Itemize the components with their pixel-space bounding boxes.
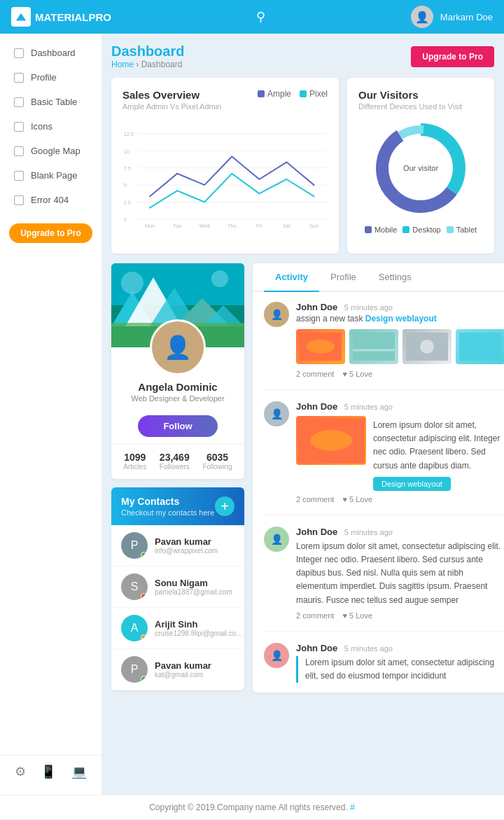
user-name: Markarn Doe (440, 12, 493, 22)
sidebar-item-icons[interactable]: Icons (0, 114, 102, 139)
sidebar-item-basic-table[interactable]: Basic Table (0, 90, 102, 114)
act-meta-3: 2 comment ♥ 5 Love (296, 611, 504, 620)
bottom-row: 👤 Angela Dominic Web Designer & Develope… (111, 263, 494, 693)
sidebar-label: Google Map (31, 146, 80, 156)
brand: MATERIALPRO (11, 7, 111, 27)
card-header: Sales Overview Ample Admin Vs Pixel Admi… (122, 89, 328, 111)
act-time-2: 5 minutes ago (344, 403, 393, 411)
tablet-dot (447, 226, 454, 233)
search-icon[interactable]: ⚲ (256, 9, 265, 25)
breadcrumb-home[interactable]: Home (111, 60, 134, 69)
add-contact-button[interactable]: + (215, 496, 234, 516)
act-avatar-2: 👤 (264, 401, 289, 426)
sidebar-item-profile[interactable]: Profile (0, 65, 102, 90)
footer: Copyright © 2019.Company name All rights… (0, 795, 504, 819)
contact-name: Sonu Nigam (155, 578, 232, 588)
tablet-icon[interactable]: 💻 (71, 764, 87, 779)
sidebar-item-dashboard[interactable]: Dashboard (0, 41, 102, 65)
status-dot (141, 593, 147, 599)
act-content-2: Lorem ipsum dolor sit amet, consectetur … (296, 416, 504, 491)
act-image-wide (296, 416, 366, 465)
act-image (456, 329, 504, 364)
settings-icon[interactable]: ⚙ (15, 764, 26, 779)
contact-info: Sonu Nigam pamela1887@gmail.com (155, 578, 232, 596)
breadcrumb: Home › Dashboard (111, 60, 184, 69)
profile-avatar: 👤 (150, 319, 206, 375)
visitors-subtitle: Different Devices Used to Visit (358, 102, 483, 111)
mobile-icon[interactable]: 📱 (41, 764, 56, 779)
tablet-legend: Tablet (447, 225, 477, 234)
map-icon (14, 146, 24, 156)
tab-activity[interactable]: Activity (264, 263, 319, 292)
logo-icon (11, 7, 31, 27)
act-user-3: John Doe (296, 527, 337, 537)
act-avatar-1: 👤 (264, 302, 289, 327)
act-body-3: John Doe 5 minutes ago Lorem ipsum dolor… (296, 527, 504, 620)
articles-value: 1099 (123, 452, 146, 463)
profile-role: Web Designer & Developer (120, 394, 236, 403)
tab-settings[interactable]: Settings (368, 263, 423, 292)
breadcrumb-row: Dashboard Home › Dashboard Upgrade to Pr… (111, 43, 494, 69)
svg-text:Wed: Wed (200, 223, 210, 229)
contact-item-pavan2: P Pavan kumar kat@gmail.com (111, 649, 244, 690)
act-body-4: John Doe 5 minutes ago Lorem ipsum dolor… (296, 643, 504, 683)
chart-area: 12.5 10 7.5 5 2.5 0 Mon T (122, 116, 328, 242)
act-long-text-2: Lorem ipsum dolor sit amet, consectetur … (373, 419, 504, 473)
sidebar-item-error-404[interactable]: Error 404 (0, 188, 102, 212)
ample-dot (258, 90, 265, 97)
sidebar-label: Profile (31, 72, 57, 83)
card-title-area: Sales Overview Ample Admin Vs Pixel Admi… (122, 89, 221, 111)
act-long-text-3: Lorem ipsum dolor sit amet, consectetur … (296, 540, 504, 607)
act-user-2: John Doe (296, 401, 337, 412)
breadcrumb-current: Dashboard (141, 60, 183, 69)
user-avatar: 👤 (411, 6, 433, 28)
act-user-1: John Doe (296, 302, 337, 312)
contacts-title: My Contacts (121, 496, 214, 507)
act-tag-button-2[interactable]: Design weblayout (373, 477, 451, 491)
visitors-title: Our Visitors (358, 89, 483, 101)
contacts-card: My Contacts Checkout my contacts here + … (111, 487, 244, 690)
act-image (349, 329, 398, 364)
svg-point-39 (420, 340, 434, 354)
sidebar-item-google-map[interactable]: Google Map (0, 139, 102, 163)
comment-count-2: 2 comment (296, 495, 334, 503)
activity-item-1: 👤 John Doe 5 minutes ago assign a new ta… (264, 302, 504, 390)
status-dot (141, 552, 147, 558)
status-dot (141, 634, 147, 641)
sidebar-upgrade-button[interactable]: Upgrade to Pro (9, 223, 92, 243)
stat-following: 6035 Following (202, 452, 232, 471)
breadcrumb-area: Dashboard Home › Dashboard (111, 43, 184, 69)
act-text-1: assign a new task Design weblayout (296, 314, 504, 324)
stat-articles: 1099 Articles (123, 452, 146, 471)
sidebar-item-blank-page[interactable]: Blank Page (0, 163, 102, 188)
act-link-1[interactable]: Design weblayout (365, 314, 437, 324)
blank-icon (14, 171, 24, 181)
profile-info: Angela Dominic Web Designer & Developer (111, 375, 244, 408)
act-meta-2: 2 comment ♥ 5 Love (296, 495, 504, 503)
contacts-subtitle: Checkout my contacts here (121, 508, 214, 517)
upgrade-pro-button[interactable]: Upgrade to Pro (411, 46, 494, 67)
svg-rect-36 (353, 333, 395, 361)
status-dot (141, 676, 147, 682)
sidebar-label: Icons (31, 121, 52, 132)
act-time-4: 5 minutes ago (344, 644, 393, 653)
contact-email: pamela1887@gmail.com (155, 588, 232, 596)
activity-item-4: 👤 John Doe 5 minutes ago Lorem ipsum dol… (264, 643, 504, 683)
activity-item-3: 👤 John Doe 5 minutes ago Lorem ipsum dol… (264, 527, 504, 632)
legend: Ample Pixel (258, 89, 328, 99)
contact-avatar: P (121, 532, 148, 559)
contact-email: kat@gmail.com (155, 671, 211, 679)
activity-content: 👤 John Doe 5 minutes ago assign a new ta… (253, 292, 504, 693)
icons-icon (14, 122, 24, 132)
tab-profile[interactable]: Profile (319, 263, 368, 292)
act-body-1: John Doe 5 minutes ago assign a new task… (296, 302, 504, 378)
legend-pixel: Pixel (300, 89, 328, 99)
footer-link[interactable]: # (350, 802, 355, 812)
page-title: Dashboard (111, 43, 184, 60)
follow-button[interactable]: Follow (138, 415, 217, 437)
visitors-legend: Mobile Desktop Tablet (358, 225, 483, 234)
main-content: Dashboard Home › Dashboard Upgrade to Pr… (102, 34, 504, 795)
donut-center-label: Our visitor (403, 164, 438, 172)
contact-name: Pavan kumar (155, 660, 211, 671)
contact-item-pavan1: P Pavan kumar info@wrappixel.com (111, 525, 244, 567)
